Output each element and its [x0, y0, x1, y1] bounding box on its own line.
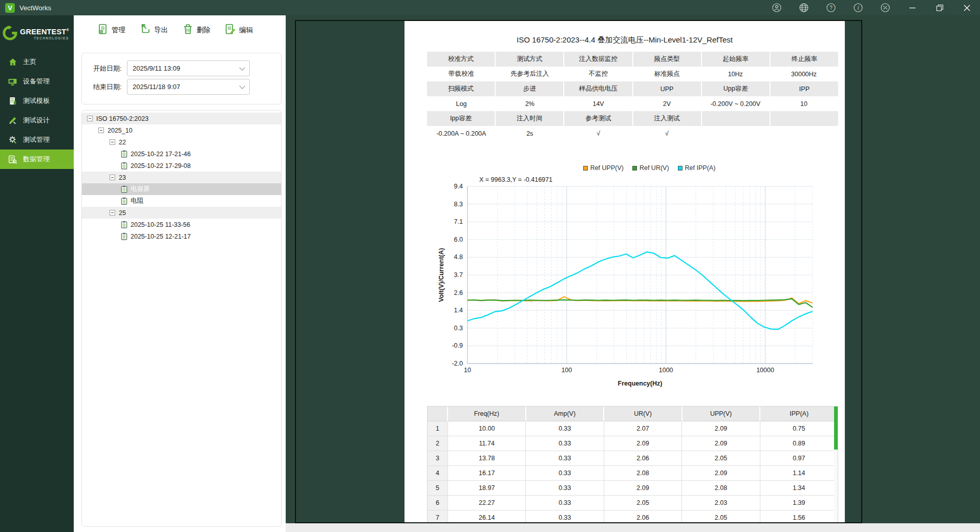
sidebar-item-home[interactable]: 主页 — [0, 52, 74, 72]
tree-node-label: 22 — [119, 139, 126, 146]
tree-node-d25[interactable]: 25 — [82, 207, 281, 219]
table-cell: 0.33 — [526, 451, 604, 466]
chevron-down-icon — [239, 65, 245, 70]
greentest-logo-icon — [2, 25, 18, 44]
app-title: VectWorks — [19, 4, 51, 12]
table-cell: 2.09 — [604, 481, 682, 496]
brand-text: GREENTEST® TECHNOLOGIES — [20, 28, 69, 40]
param-header-cell: 参考测试 — [564, 111, 633, 126]
brand-name: GREENTEST — [20, 28, 66, 36]
table-row[interactable]: 416.170.332.082.091.14 — [428, 466, 838, 481]
brand-sub: TECHNOLOGIES — [20, 37, 69, 40]
user-icon[interactable] — [772, 3, 782, 13]
param-header-cell: 注入数据监控 — [564, 52, 633, 67]
param-header-cell: 扫频模式 — [427, 81, 496, 96]
start-date-value: 2025/9/11 13:09 — [133, 65, 180, 72]
delete-button[interactable]: 删除 — [182, 23, 210, 37]
y-tick-label: 9.4 — [454, 183, 463, 190]
tree-node-label: 23 — [119, 174, 126, 181]
legend-item-ur[interactable]: Ref UR(V) — [632, 164, 669, 172]
service-icon[interactable] — [880, 3, 890, 13]
start-date-label: 开始日期: — [93, 64, 127, 73]
tree-node-m2025-10[interactable]: 2025_10 — [82, 124, 281, 136]
sidebar-item-template[interactable]: 测试模板 — [0, 91, 74, 111]
table-cell: 0.89 — [760, 436, 838, 451]
collapse-expander-icon[interactable] — [87, 116, 93, 121]
info-icon[interactable]: i — [853, 3, 863, 13]
svg-text:i: i — [858, 5, 859, 11]
table-cell: 0.33 — [526, 436, 604, 451]
manage-button[interactable]: 管理 — [97, 23, 125, 37]
frequency-response-chart[interactable]: 9.48.37.16.04.83.72.61.40.3-0.9-2.010100… — [437, 178, 821, 395]
record-doc-icon — [121, 221, 127, 228]
table-row[interactable]: 622.270.332.052.031.39 — [428, 496, 838, 510]
edit-button[interactable]: 编辑 — [224, 23, 253, 37]
collapse-expander-icon[interactable] — [110, 175, 115, 180]
tree-node-t1[interactable]: 2025-10-22 17-21-46 — [82, 148, 281, 160]
sidebar-item-data[interactable]: 数据管理 — [0, 150, 74, 169]
tree-node-t2[interactable]: 2025-10-22 17-29-08 — [82, 160, 281, 172]
close-icon[interactable] — [962, 3, 972, 13]
collapse-expander-icon[interactable] — [98, 127, 104, 133]
table-row[interactable]: 518.970.332.092.081.34 — [428, 481, 838, 496]
sidebar-item-design[interactable]: 测试设计 — [0, 111, 74, 130]
start-date-input[interactable]: 2025/9/11 13:09 — [127, 60, 250, 76]
tree-node-cap[interactable]: 电容屏 — [82, 183, 281, 195]
tree-node-t4[interactable]: 2025-10-25 12-21-17 — [82, 230, 281, 242]
tree-node-label: 2025-10-25 11-33-56 — [131, 221, 190, 228]
table-row[interactable]: 211.740.332.092.090.89 — [428, 436, 838, 451]
sidebar-item-manage[interactable]: 测试管理 — [0, 130, 74, 150]
table-row[interactable]: 110.000.332.072.090.75 — [428, 421, 838, 436]
titlebar: V VectWorks ? i — [0, 0, 980, 15]
table-cell: 2.09 — [682, 436, 760, 451]
lan-globe-icon[interactable] — [799, 3, 809, 13]
collapse-expander-icon[interactable] — [110, 210, 115, 216]
column-header: Freq(Hz) — [448, 407, 526, 421]
tree-node-label: 电容屏 — [131, 185, 150, 194]
maximize-icon[interactable] — [934, 3, 945, 13]
tree-node-iso[interactable]: ISO 16750-2:2023 — [82, 113, 281, 124]
legend-item-upp[interactable]: Ref UPP(V) — [583, 164, 624, 172]
table-row[interactable]: 313.780.332.062.050.97 — [428, 451, 838, 466]
report-title: ISO 16750-2:2023--4.4 叠加交流电压--Min-Level1… — [404, 35, 845, 45]
tree-node-d22[interactable]: 22 — [82, 136, 281, 148]
table-cell: 22.27 — [448, 496, 526, 510]
tree-node-t3[interactable]: 2025-10-25 11-33-56 — [82, 219, 281, 230]
y-tick-label: -0.9 — [452, 342, 463, 349]
sidebar-item-device[interactable]: 设备管理 — [0, 72, 74, 91]
export-button[interactable]: 导出 — [139, 23, 168, 37]
tree-node-res[interactable]: 电阻 — [82, 195, 281, 207]
param-header-cell: 注入时间 — [496, 111, 564, 126]
record-doc-icon — [121, 232, 127, 240]
column-header: UPP(V) — [683, 407, 761, 421]
param-value-row: 带载校准先参考后注入不监控标准频点10Hz30000Hz — [427, 67, 838, 81]
column-header — [428, 407, 448, 421]
table-cell: 1.34 — [760, 481, 838, 496]
sidebar: GREENTEST® TECHNOLOGIES 主页设备管理测试模板测试设计测试… — [0, 15, 74, 532]
table-scrollbar-track[interactable] — [834, 407, 838, 522]
tree-node-d23[interactable]: 23 — [82, 172, 281, 183]
legend-swatch-icon — [678, 166, 683, 171]
measurement-table: Freq(Hz)Amp(V)UR(V)UPP(V)IPP(A)110.000.3… — [427, 406, 838, 522]
end-date-input[interactable]: 2025/11/18 9:07 — [127, 79, 250, 95]
minimize-icon[interactable] — [907, 3, 918, 13]
cursor-coordinates: X = 9963.3,Y = -0.416971 — [479, 176, 552, 183]
table-cell: 2.06 — [604, 451, 682, 466]
sidebar-item-label: 设备管理 — [23, 77, 50, 86]
legend-item-ipp[interactable]: Ref IPP(A) — [678, 164, 716, 172]
param-header-cell: Ipp容差 — [427, 111, 496, 126]
table-row[interactable]: 726.140.332.062.051.56 — [428, 510, 838, 522]
help-icon[interactable]: ? — [826, 3, 836, 13]
collapse-expander-icon[interactable] — [110, 139, 115, 145]
legend-label: Ref IPP(A) — [685, 164, 716, 172]
tree-node-label: 25 — [119, 209, 126, 217]
table-cell: 2.03 — [682, 496, 760, 510]
param-value-cell: 标准频点 — [632, 67, 701, 81]
param-header-cell — [771, 111, 838, 126]
param-value-cell: 不监控 — [564, 67, 633, 81]
table-scrollbar-thumb[interactable] — [834, 407, 838, 450]
sidebar-item-label: 主页 — [23, 57, 36, 67]
param-value-cell: 10Hz — [701, 67, 770, 81]
param-value-cell: 30000Hz — [770, 67, 838, 81]
table-cell: 2.07 — [604, 421, 682, 436]
